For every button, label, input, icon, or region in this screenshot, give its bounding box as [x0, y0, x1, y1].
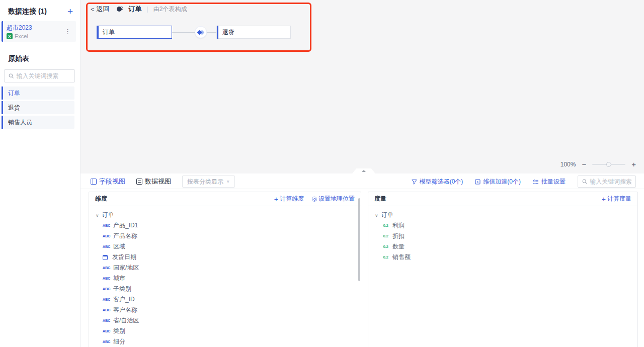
batch-settings-button[interactable]: 批量设置: [533, 178, 566, 186]
field-row[interactable]: ABC 客户名称: [89, 305, 361, 315]
text-type-icon: ABC: [103, 318, 110, 323]
table-node-returns[interactable]: 退货: [216, 26, 291, 39]
model-icon: [117, 7, 125, 12]
sidebar-table-label: 销售人员: [8, 118, 32, 127]
dimensions-title: 维度: [95, 195, 107, 203]
field-row[interactable]: 发货日期: [89, 252, 361, 263]
field-row[interactable]: ABC 城市: [89, 273, 361, 284]
text-type-icon: ABC: [103, 223, 110, 228]
number-type-icon: 0.2: [382, 244, 389, 249]
table-search[interactable]: [4, 69, 75, 82]
field-name: 发货日期: [112, 253, 136, 262]
zoom-slider[interactable]: [592, 164, 625, 165]
collapse-panel-handle[interactable]: [352, 168, 375, 173]
field-name: 销售额: [392, 253, 411, 262]
tab-data-view[interactable]: 数据视图: [136, 177, 171, 186]
field-name: 客户名称: [113, 306, 137, 314]
add-connection-button[interactable]: +: [67, 8, 73, 16]
raw-tables-header: 原始表: [0, 47, 80, 63]
model-canvas[interactable]: < 返回 订单 | 由2个表构成 订单 退货 100% − +: [80, 0, 644, 173]
text-type-icon: ABC: [103, 287, 110, 291]
field-name: 细分: [113, 337, 125, 346]
field-row[interactable]: ABC 客户_ID: [89, 294, 361, 305]
text-type-icon: ABC: [103, 276, 110, 281]
zoom-in-button[interactable]: +: [631, 161, 636, 167]
field-row[interactable]: 0.2 折扣: [368, 231, 637, 241]
sidebar-table-item[interactable]: 订单: [2, 86, 74, 100]
measures-title: 度量: [374, 195, 386, 203]
plus-icon: +: [602, 197, 606, 202]
data-view-icon: [136, 179, 142, 185]
text-type-icon: ABC: [103, 297, 110, 302]
field-name: 产品名称: [113, 232, 137, 240]
field-row[interactable]: ABC 产品名称: [89, 231, 361, 241]
field-row[interactable]: ABC 产品_ID1: [89, 220, 361, 231]
fields-panel-section: 字段视图 数据视图 按表分类显示 ∨ 模型筛选器(0个): [80, 173, 644, 347]
search-icon: [9, 73, 14, 79]
field-search[interactable]: [578, 176, 636, 188]
field-row[interactable]: ABC 省/自治区: [89, 315, 361, 326]
sidebar-table-item[interactable]: 销售人员: [2, 116, 74, 129]
text-type-icon: ABC: [103, 308, 110, 312]
connections-header: 数据连接 (1): [8, 7, 47, 16]
join-connector-line: [172, 32, 216, 33]
composition-text: 由2个表构成: [153, 5, 187, 14]
data-connections-sidebar: 数据连接 (1) + 超市2023 X Excel ⋮ 原始表 订单 退货 销售: [0, 0, 80, 347]
text-type-icon: ABC: [103, 329, 110, 333]
tab-field-view[interactable]: 字段视图: [91, 177, 125, 186]
field-name: 城市: [113, 274, 125, 283]
field-name: 国家/地区: [113, 264, 139, 272]
zoom-level: 100%: [560, 161, 576, 168]
text-type-icon: ABC: [103, 244, 110, 249]
join-icon[interactable]: [195, 26, 207, 38]
zoom-out-button[interactable]: −: [582, 161, 586, 167]
vertical-scrollbar[interactable]: [358, 198, 360, 281]
field-row[interactable]: 0.2 数量: [368, 241, 637, 252]
connection-type: Excel: [15, 33, 28, 39]
text-type-icon: ABC: [103, 339, 110, 344]
field-row[interactable]: ABC 国家/地区: [89, 263, 361, 273]
field-name: 区域: [113, 242, 125, 251]
field-row[interactable]: ABC 子类别: [89, 284, 361, 294]
dimension-group-row[interactable]: ∨ 订单: [89, 210, 361, 220]
field-view-icon: [91, 179, 97, 185]
field-row[interactable]: ABC 区域: [89, 241, 361, 252]
zoom-slider-handle[interactable]: [606, 162, 611, 167]
field-row[interactable]: 0.2 利润: [368, 220, 637, 231]
field-search-input[interactable]: [590, 178, 631, 185]
table-node-orders[interactable]: 订单: [97, 26, 172, 39]
measure-group-row[interactable]: ∨ 订单: [368, 210, 637, 220]
connection-item[interactable]: 超市2023 X Excel ⋮: [2, 21, 76, 42]
field-row[interactable]: ABC 细分: [89, 336, 361, 347]
group-display-dropdown[interactable]: 按表分类显示 ∨: [182, 176, 235, 188]
search-icon: [582, 179, 587, 185]
sidebar-table-item[interactable]: 退货: [2, 101, 74, 114]
table-search-input[interactable]: [16, 72, 70, 79]
dimension-field-list: ABC 产品_ID1 ABC 产品名称 ABC 区域 发货日期 ABC 国家/地…: [89, 220, 361, 347]
model-title: 订单: [129, 5, 142, 14]
toolbar-divider: |: [147, 6, 148, 13]
filter-icon: [412, 179, 417, 185]
back-button[interactable]: < 返回: [91, 5, 110, 14]
dimension-accelerate-button[interactable]: 维值加速(0个): [475, 178, 521, 186]
field-row[interactable]: 0.2 销售额: [368, 252, 637, 263]
set-geo-location-button[interactable]: 设置地理位置: [312, 195, 355, 203]
raw-table-list: 订单 退货 销售人员: [0, 86, 80, 129]
field-name: 数量: [392, 242, 405, 251]
chevron-up-icon: [362, 170, 366, 172]
connection-menu-icon[interactable]: ⋮: [63, 28, 72, 35]
table-node-label: 退货: [222, 28, 234, 37]
excel-icon: X: [7, 33, 13, 39]
field-name: 利润: [392, 221, 405, 230]
field-name: 折扣: [392, 232, 405, 240]
batch-settings-icon: [533, 179, 539, 185]
field-row[interactable]: ABC 类别: [89, 326, 361, 336]
zoom-control: 100% − +: [560, 161, 636, 168]
add-calculated-measure-button[interactable]: + 计算度量: [602, 195, 631, 203]
connection-name: 超市2023: [7, 24, 63, 32]
table-node-label: 订单: [103, 28, 115, 37]
chevron-down-icon: ∨: [375, 213, 378, 217]
add-calculated-dimension-button[interactable]: + 计算维度: [274, 195, 304, 203]
plus-icon: +: [274, 197, 278, 202]
model-filter-button[interactable]: 模型筛选器(0个): [412, 178, 463, 186]
